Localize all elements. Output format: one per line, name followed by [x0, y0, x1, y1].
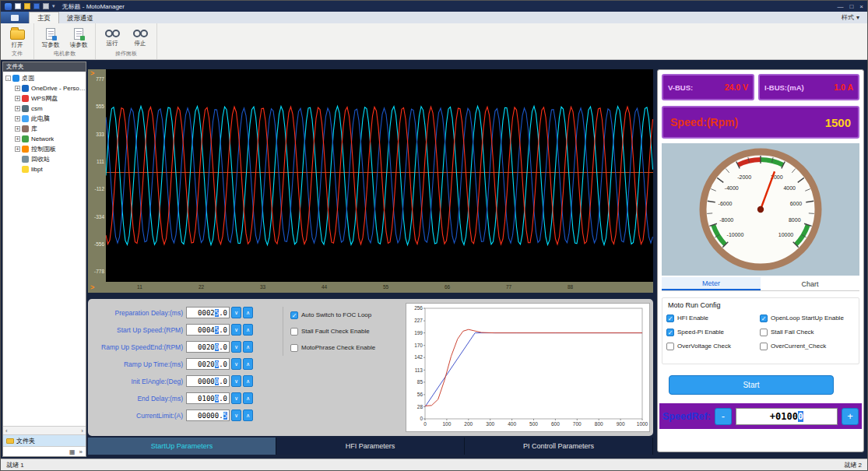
tree-item[interactable]: +库 — [3, 124, 86, 134]
checkbox-unchecked-icon[interactable] — [760, 343, 768, 350]
checkbox-row[interactable]: ✓OpenLoop StartUp Enable — [760, 313, 859, 323]
file-menu-button[interactable] — [1, 12, 29, 23]
checkbox-row[interactable]: ✓Speed-Pi Enable — [666, 327, 760, 337]
tree-expander-icon[interactable]: - — [5, 76, 11, 81]
scroll-right-icon[interactable]: › — [81, 427, 83, 434]
param-increment-button[interactable]: ∧ — [243, 307, 253, 318]
speedref-input[interactable]: +01000 — [736, 408, 838, 425]
tree-item[interactable]: +WPS网盘 — [3, 93, 86, 104]
tree-item[interactable]: +OneDrive - Persona — [3, 83, 86, 93]
checkbox-checked-icon[interactable]: ✓ — [666, 329, 674, 336]
param-increment-button[interactable]: ∧ — [243, 375, 253, 387]
print-icon[interactable] — [43, 3, 49, 9]
param-value-text: .0 — [219, 360, 227, 368]
checkbox-row[interactable]: MotoPhrase Check Enable — [290, 339, 401, 356]
tree-horizontal-scrollbar[interactable]: ‹ › — [3, 426, 86, 434]
param-increment-button[interactable]: ∧ — [243, 409, 253, 421]
panel-grid-icon[interactable]: ▦ — [69, 448, 76, 455]
write-params-button[interactable]: 写参数 — [40, 25, 61, 49]
checkbox-row[interactable]: OverVoltage Check — [666, 341, 760, 351]
checkbox-unchecked-icon[interactable] — [290, 328, 298, 336]
tree-expander-icon[interactable]: + — [15, 96, 20, 101]
stop-button[interactable]: 停止 — [129, 25, 151, 47]
scope-x-tick-label: 88 — [568, 284, 573, 290]
tree-expander-icon[interactable]: + — [15, 126, 20, 132]
tab-startup-parameters[interactable]: StartUp Parameters — [88, 438, 276, 455]
scroll-left-icon[interactable]: ‹ — [5, 427, 8, 434]
tree-expander-icon[interactable]: + — [15, 86, 20, 91]
start-button[interactable]: Start — [669, 375, 834, 395]
param-value-input[interactable]: 00200.0 — [186, 358, 230, 370]
param-dropdown-button[interactable]: ∨ — [231, 358, 241, 370]
tree-item[interactable]: +控制面板 — [3, 144, 86, 154]
file-menu-icon — [11, 15, 19, 21]
tree-expander-icon[interactable]: + — [15, 136, 20, 142]
tree-item[interactable]: +此电脑 — [3, 114, 86, 124]
checkbox-row[interactable]: Stall Fault Check Enable — [290, 323, 401, 339]
param-dropdown-button[interactable]: ∨ — [231, 307, 241, 318]
param-value-input[interactable]: 00025.0 — [186, 307, 230, 318]
close-button[interactable]: × — [859, 3, 863, 10]
open-button[interactable]: 打开 — [6, 25, 28, 49]
style-menu[interactable]: 样式 ▾ — [842, 12, 867, 23]
param-value-input[interactable]: 00045.0 — [186, 324, 230, 336]
checkbox-checked-icon[interactable]: ✓ — [666, 315, 674, 322]
tab-pi-controll-parameters[interactable]: PI Controll Parameters — [465, 438, 653, 455]
param-dropdown-button[interactable]: ∨ — [231, 409, 241, 421]
tree-item[interactable]: libpt — [3, 164, 86, 174]
param-increment-button[interactable]: ∧ — [243, 392, 253, 404]
maximize-button[interactable]: □ — [849, 3, 853, 10]
panel-more-icon[interactable]: » — [79, 448, 83, 455]
save-icon[interactable] — [33, 3, 40, 9]
minimize-button[interactable]: — — [837, 3, 843, 10]
tab-chart[interactable]: Chart — [761, 277, 859, 290]
param-value-input[interactable]: 01000.0 — [186, 392, 230, 404]
param-increment-button[interactable]: ∧ — [243, 341, 253, 353]
tree-expander-icon[interactable]: + — [15, 146, 20, 152]
param-value-input[interactable]: 00000.0 — [186, 375, 230, 387]
tree-item[interactable]: +csm — [3, 104, 86, 114]
param-dropdown-button[interactable]: ∨ — [231, 392, 241, 404]
tree-item[interactable]: -桌面 — [3, 73, 86, 83]
tree-item[interactable]: 回收站 — [3, 154, 86, 164]
param-value-input[interactable]: 00000.5 — [186, 409, 230, 421]
tree-expander-icon[interactable]: + — [15, 116, 20, 121]
scope-scroll-arrow-top-icon[interactable]: > — [90, 70, 94, 77]
folder-panel-toolbar: ▦ » — [3, 446, 86, 456]
speedref-minus-button[interactable]: - — [715, 408, 732, 425]
tree-expander-icon[interactable]: + — [15, 106, 20, 111]
checkbox-unchecked-icon[interactable] — [666, 343, 674, 350]
checkbox-checked-icon[interactable]: ✓ — [760, 315, 768, 322]
read-params-button[interactable]: 读参数 — [68, 25, 90, 49]
scope-scroll-arrow-bottom-icon[interactable]: > — [90, 284, 94, 291]
param-dropdown-button[interactable]: ∨ — [231, 341, 241, 353]
ribbon-tab-waveform-channel[interactable]: 波形通道 — [59, 12, 101, 23]
tab-meter[interactable]: Meter — [662, 277, 761, 290]
checkbox-row[interactable]: ✓HFI Enable — [666, 313, 760, 323]
tree-item[interactable]: +Network — [3, 134, 86, 144]
folder-panel-footer-item[interactable]: 文件夹 — [3, 434, 86, 446]
checkbox-checked-icon[interactable]: ✓ — [290, 311, 298, 319]
ribbon-group-label: 操作面板 — [101, 49, 151, 59]
folder-panel-header: 文件夹 — [3, 62, 86, 72]
tab-hfi-parameters[interactable]: HFI Parameters — [276, 438, 465, 455]
param-dropdown-button[interactable]: ∨ — [231, 324, 241, 336]
param-increment-button[interactable]: ∧ — [243, 358, 253, 370]
param-value-input[interactable]: 00200.0 — [186, 341, 230, 353]
ribbon-tab-home[interactable]: 主页 — [29, 12, 59, 23]
speedref-plus-button[interactable]: + — [842, 408, 859, 425]
run-button[interactable]: 运行 — [101, 25, 123, 47]
checkbox-row[interactable]: OverCurrent_Check — [760, 341, 859, 351]
param-value-text: .0 — [219, 326, 227, 334]
param-row: Preparation Delay:(ms)00025.0∨∧ — [91, 304, 278, 321]
checkbox-row[interactable]: ✓Auto Switch to FOC Loop — [290, 307, 401, 323]
checkbox-row[interactable]: Stall Fail Check — [760, 327, 859, 337]
param-label: Init ElAngle:(Deg) — [91, 378, 186, 385]
quick-access-caret-icon[interactable]: ▾ — [52, 3, 55, 9]
new-document-icon[interactable] — [15, 3, 21, 9]
param-increment-button[interactable]: ∧ — [243, 324, 253, 336]
checkbox-unchecked-icon[interactable] — [290, 344, 298, 352]
param-dropdown-button[interactable]: ∨ — [231, 375, 241, 387]
checkbox-unchecked-icon[interactable] — [760, 329, 768, 336]
open-file-icon[interactable] — [24, 3, 30, 9]
